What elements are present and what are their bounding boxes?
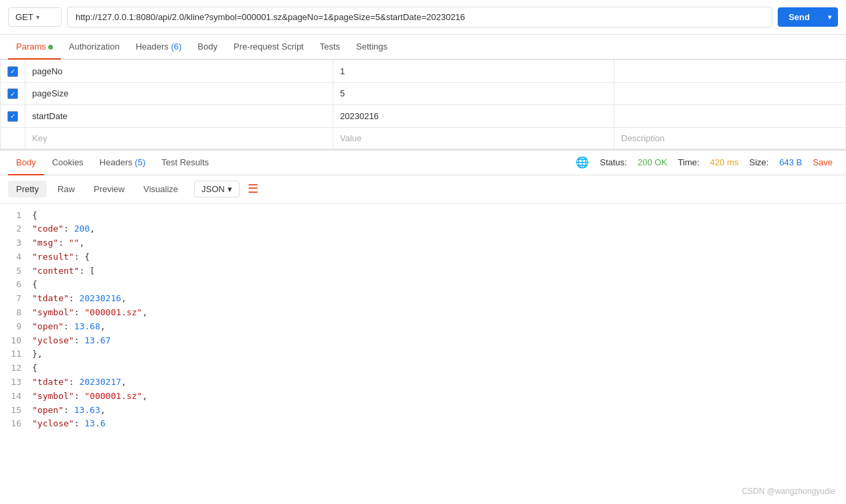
res-tab-headers[interactable]: Headers (5) [92,151,154,175]
code-token: "tdate" [32,377,69,387]
param-description[interactable] [614,105,846,128]
code-line: 7 "tdate": 20230216, [8,292,838,306]
code-token: : [64,321,74,331]
table-row-placeholder: Key Value Description [1,127,846,149]
param-checkbox-cell[interactable]: ✓ [1,105,25,128]
time-value: 420 ms [710,157,739,167]
param-description[interactable] [614,82,846,105]
tab-settings-label: Settings [356,41,388,52]
tab-headers-label: Headers [136,41,171,52]
param-key[interactable]: pageNo [25,60,333,83]
code-token: 13.63 [74,405,100,415]
code-line: 15 "open": 13.63, [8,404,838,418]
code-token: "symbol" [32,391,74,401]
headers-badge: (6) [171,41,181,52]
code-token: , [121,377,126,387]
line-number: 14 [8,390,32,404]
code-token: : [64,405,74,415]
tab-headers[interactable]: Headers (6) [128,35,190,60]
param-value[interactable]: 20230216 [333,105,614,128]
line-number: 10 [8,334,32,348]
code-token: : [ [79,266,94,276]
param-checkbox[interactable]: ✓ [7,111,18,122]
code-token: , [142,391,147,401]
code-token: "" [69,238,80,248]
tab-settings[interactable]: Settings [348,35,396,60]
param-value[interactable]: 1 [333,60,614,83]
send-dropdown-icon[interactable]: ▾ [821,13,838,21]
code-body: { [32,209,838,223]
param-key[interactable]: pageSize [25,82,333,105]
code-line: 10 "yclose": 13.67 [8,334,838,348]
placeholder-description[interactable]: Description [614,127,846,149]
url-input[interactable] [67,7,772,27]
tab-params[interactable]: Params [8,35,61,60]
line-number: 8 [8,306,32,320]
code-line: 4 "result": { [8,250,838,264]
param-checkbox[interactable]: ✓ [7,66,18,77]
line-number: 1 [8,209,32,223]
code-token: 200 [74,224,90,234]
param-checkbox-cell[interactable]: ✓ [1,82,25,105]
body-tab-raw[interactable]: Raw [50,181,83,197]
param-description[interactable] [614,60,846,83]
method-label: GET [15,12,33,22]
code-line: 12 { [8,361,838,375]
response-section: Body Cookies Headers (5) Test Results 🌐 … [0,149,846,437]
url-bar: GET ▾ Send ▾ [0,0,846,35]
code-line: 14 "symbol": "000001.sz", [8,390,838,404]
line-number: 11 [8,347,32,361]
code-body: "symbol": "000001.sz", [32,306,838,320]
line-number: 16 [8,417,32,431]
wrap-icon[interactable]: ☰ [248,181,258,196]
status-label: Status: [600,157,626,167]
save-response-button[interactable]: Save [813,157,833,167]
send-button[interactable]: Send ▾ [778,7,838,27]
res-tab-test-results[interactable]: Test Results [153,151,217,175]
table-row: ✓ pageSize 5 [1,82,846,105]
body-tab-visualize[interactable]: Visualize [135,181,186,197]
code-token: , [100,321,106,331]
code-body: "content": [ [32,264,838,278]
code-body: "tdate": 20230217, [32,375,838,390]
placeholder-cb [1,127,25,149]
placeholder-value[interactable]: Value [333,127,614,149]
param-key[interactable]: startDate [25,105,333,128]
tab-params-label: Params [16,41,46,52]
res-tab-cookies[interactable]: Cookies [44,151,92,175]
code-line: 13 "tdate": 20230217, [8,375,838,390]
code-token: : { [74,252,90,262]
res-tab-test-label: Test Results [161,157,209,167]
code-line: 11 }, [8,347,838,361]
format-chevron-icon: ▾ [228,184,232,194]
line-number: 2 [8,222,32,236]
tab-body-label: Body [197,41,218,52]
code-token: 13.6 [84,418,105,428]
tab-authorization[interactable]: Authorization [61,35,128,60]
line-number: 15 [8,404,32,418]
code-token: "open" [32,321,64,331]
body-tab-pretty[interactable]: Pretty [8,181,47,197]
code-token: "result" [32,252,74,262]
code-token: "tdate" [32,293,69,303]
code-token: "open" [32,405,64,415]
res-tab-body[interactable]: Body [8,151,44,175]
tab-tests[interactable]: Tests [312,35,348,60]
param-value[interactable]: 5 [333,82,614,105]
param-checkbox-cell[interactable]: ✓ [1,60,25,83]
placeholder-key[interactable]: Key [25,127,333,149]
res-tab-headers-label: Headers [100,157,135,167]
method-select[interactable]: GET ▾ [8,7,62,27]
tab-body[interactable]: Body [189,35,226,60]
format-select[interactable]: JSON ▾ [194,181,240,197]
body-tab-preview[interactable]: Preview [86,181,133,197]
tab-prerequest[interactable]: Pre-request Script [226,35,312,60]
format-label: JSON [201,184,225,194]
json-body: 1{2 "code": 200,3 "msg": "",4 "result": … [0,203,846,437]
code-token: , [121,293,126,303]
param-checkbox[interactable]: ✓ [7,88,18,99]
line-number: 3 [8,236,32,250]
code-token: , [90,224,95,234]
tab-prerequest-label: Pre-request Script [234,41,304,52]
code-token: , [142,307,147,317]
